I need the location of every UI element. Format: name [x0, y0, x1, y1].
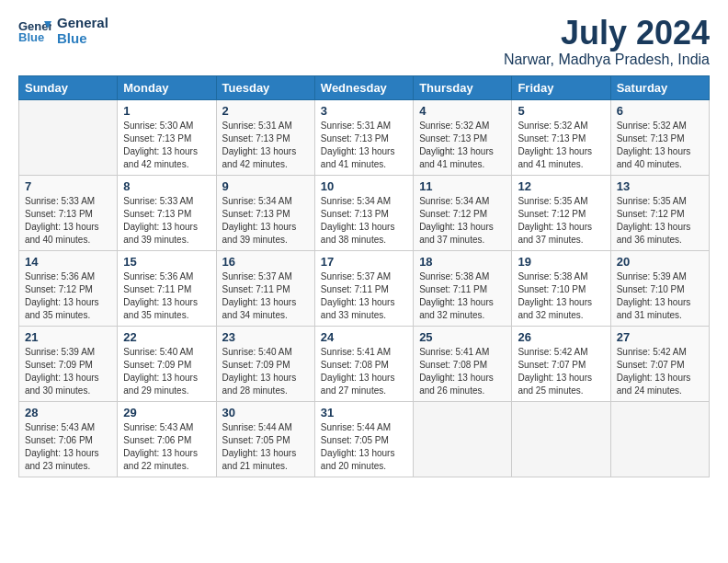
day-info: Sunrise: 5:31 AMSunset: 7:13 PMDaylight:…: [321, 120, 407, 171]
location-title: Narwar, Madhya Pradesh, India: [504, 52, 710, 68]
day-number: 26: [518, 330, 604, 344]
day-info: Sunrise: 5:36 AMSunset: 7:11 PMDaylight:…: [123, 270, 210, 322]
col-saturday: Saturday: [610, 75, 709, 99]
day-number: 16: [222, 255, 309, 269]
calendar-cell: 17 Sunrise: 5:37 AMSunset: 7:11 PMDaylig…: [314, 250, 413, 326]
day-info: Sunrise: 5:37 AMSunset: 7:11 PMDaylight:…: [321, 270, 407, 322]
calendar-cell: 8 Sunrise: 5:33 AMSunset: 7:13 PMDayligh…: [118, 175, 216, 250]
week-row-4: 21 Sunrise: 5:39 AMSunset: 7:09 PMDaylig…: [19, 326, 710, 401]
day-info: Sunrise: 5:32 AMSunset: 7:13 PMDaylight:…: [518, 120, 604, 171]
logo-icon: General Blue: [18, 17, 51, 43]
calendar-cell: [610, 401, 709, 477]
day-number: 31: [321, 406, 407, 419]
day-number: 3: [321, 104, 407, 118]
day-info: Sunrise: 5:32 AMSunset: 7:13 PMDaylight:…: [419, 120, 506, 171]
day-info: Sunrise: 5:43 AMSunset: 7:06 PMDaylight:…: [25, 421, 111, 473]
calendar-cell: 23 Sunrise: 5:40 AMSunset: 7:09 PMDaylig…: [216, 326, 314, 401]
day-info: Sunrise: 5:40 AMSunset: 7:09 PMDaylight:…: [222, 346, 309, 397]
day-number: 17: [321, 255, 407, 269]
col-monday: Monday: [118, 75, 216, 99]
col-wednesday: Wednesday: [314, 75, 413, 99]
day-info: Sunrise: 5:44 AMSunset: 7:05 PMDaylight:…: [222, 421, 309, 473]
day-info: Sunrise: 5:33 AMSunset: 7:13 PMDaylight:…: [123, 195, 210, 247]
day-info: Sunrise: 5:39 AMSunset: 7:09 PMDaylight:…: [25, 346, 111, 397]
day-info: Sunrise: 5:43 AMSunset: 7:06 PMDaylight:…: [123, 421, 210, 473]
col-thursday: Thursday: [414, 75, 512, 99]
calendar-cell: [19, 99, 118, 175]
calendar-cell: 6 Sunrise: 5:32 AMSunset: 7:13 PMDayligh…: [610, 99, 709, 175]
day-number: 22: [123, 330, 210, 344]
day-number: 1: [123, 104, 210, 118]
col-sunday: Sunday: [19, 75, 118, 99]
day-number: 12: [518, 179, 604, 193]
day-number: 23: [222, 330, 309, 344]
day-number: 19: [518, 255, 604, 269]
day-number: 21: [25, 330, 111, 344]
day-number: 10: [321, 179, 407, 193]
week-row-5: 28 Sunrise: 5:43 AMSunset: 7:06 PMDaylig…: [19, 401, 710, 477]
day-info: Sunrise: 5:35 AMSunset: 7:12 PMDaylight:…: [518, 195, 604, 247]
calendar-cell: 13 Sunrise: 5:35 AMSunset: 7:12 PMDaylig…: [610, 175, 709, 250]
day-number: 14: [25, 255, 111, 269]
day-info: Sunrise: 5:34 AMSunset: 7:13 PMDaylight:…: [321, 195, 407, 247]
calendar-header-row: Sunday Monday Tuesday Wednesday Thursday…: [19, 75, 710, 99]
day-number: 28: [25, 406, 111, 419]
calendar-cell: 24 Sunrise: 5:41 AMSunset: 7:08 PMDaylig…: [314, 326, 413, 401]
calendar-cell: 1 Sunrise: 5:30 AMSunset: 7:13 PMDayligh…: [118, 99, 216, 175]
calendar-cell: 20 Sunrise: 5:39 AMSunset: 7:10 PMDaylig…: [610, 250, 709, 326]
calendar-cell: 14 Sunrise: 5:36 AMSunset: 7:12 PMDaylig…: [19, 250, 118, 326]
calendar-cell: 10 Sunrise: 5:34 AMSunset: 7:13 PMDaylig…: [314, 175, 413, 250]
day-info: Sunrise: 5:42 AMSunset: 7:07 PMDaylight:…: [617, 346, 703, 397]
calendar-cell: 2 Sunrise: 5:31 AMSunset: 7:13 PMDayligh…: [216, 99, 314, 175]
day-number: 9: [222, 179, 309, 193]
day-info: Sunrise: 5:44 AMSunset: 7:05 PMDaylight:…: [321, 421, 407, 473]
day-info: Sunrise: 5:35 AMSunset: 7:12 PMDaylight:…: [617, 195, 703, 247]
day-info: Sunrise: 5:33 AMSunset: 7:13 PMDaylight:…: [25, 195, 111, 247]
day-number: 2: [222, 104, 309, 118]
logo: General Blue General Blue: [18, 15, 108, 46]
week-row-3: 14 Sunrise: 5:36 AMSunset: 7:12 PMDaylig…: [19, 250, 710, 326]
calendar-cell: 25 Sunrise: 5:41 AMSunset: 7:08 PMDaylig…: [414, 326, 512, 401]
col-friday: Friday: [512, 75, 610, 99]
calendar-cell: 3 Sunrise: 5:31 AMSunset: 7:13 PMDayligh…: [314, 99, 413, 175]
day-number: 15: [123, 255, 210, 269]
calendar-cell: 30 Sunrise: 5:44 AMSunset: 7:05 PMDaylig…: [216, 401, 314, 477]
day-number: 27: [617, 330, 703, 344]
calendar-cell: [414, 401, 512, 477]
calendar-cell: 16 Sunrise: 5:37 AMSunset: 7:11 PMDaylig…: [216, 250, 314, 326]
calendar-cell: 27 Sunrise: 5:42 AMSunset: 7:07 PMDaylig…: [610, 326, 709, 401]
day-info: Sunrise: 5:30 AMSunset: 7:13 PMDaylight:…: [123, 120, 210, 171]
day-info: Sunrise: 5:31 AMSunset: 7:13 PMDaylight:…: [222, 120, 309, 171]
calendar-cell: 21 Sunrise: 5:39 AMSunset: 7:09 PMDaylig…: [19, 326, 118, 401]
day-info: Sunrise: 5:38 AMSunset: 7:10 PMDaylight:…: [518, 270, 604, 322]
title-area: July 2024 Narwar, Madhya Pradesh, India: [504, 15, 710, 68]
day-info: Sunrise: 5:32 AMSunset: 7:13 PMDaylight:…: [617, 120, 703, 171]
calendar-cell: 12 Sunrise: 5:35 AMSunset: 7:12 PMDaylig…: [512, 175, 610, 250]
day-number: 29: [123, 406, 210, 419]
col-tuesday: Tuesday: [216, 75, 314, 99]
day-info: Sunrise: 5:36 AMSunset: 7:12 PMDaylight:…: [25, 270, 111, 322]
calendar-cell: 19 Sunrise: 5:38 AMSunset: 7:10 PMDaylig…: [512, 250, 610, 326]
calendar-cell: 26 Sunrise: 5:42 AMSunset: 7:07 PMDaylig…: [512, 326, 610, 401]
calendar-cell: 15 Sunrise: 5:36 AMSunset: 7:11 PMDaylig…: [118, 250, 216, 326]
calendar-cell: 28 Sunrise: 5:43 AMSunset: 7:06 PMDaylig…: [19, 401, 118, 477]
calendar-cell: 5 Sunrise: 5:32 AMSunset: 7:13 PMDayligh…: [512, 99, 610, 175]
day-number: 8: [123, 179, 210, 193]
calendar-cell: 31 Sunrise: 5:44 AMSunset: 7:05 PMDaylig…: [314, 401, 413, 477]
week-row-1: 1 Sunrise: 5:30 AMSunset: 7:13 PMDayligh…: [19, 99, 710, 175]
day-number: 20: [617, 255, 703, 269]
day-number: 24: [321, 330, 407, 344]
calendar-table: Sunday Monday Tuesday Wednesday Thursday…: [18, 75, 710, 477]
day-info: Sunrise: 5:41 AMSunset: 7:08 PMDaylight:…: [419, 346, 506, 397]
day-number: 18: [419, 255, 506, 269]
day-info: Sunrise: 5:40 AMSunset: 7:09 PMDaylight:…: [123, 346, 210, 397]
calendar-cell: [512, 401, 610, 477]
day-info: Sunrise: 5:34 AMSunset: 7:12 PMDaylight:…: [419, 195, 506, 247]
day-number: 11: [419, 179, 506, 193]
day-info: Sunrise: 5:39 AMSunset: 7:10 PMDaylight:…: [617, 270, 703, 322]
day-info: Sunrise: 5:37 AMSunset: 7:11 PMDaylight:…: [222, 270, 309, 322]
calendar-cell: 11 Sunrise: 5:34 AMSunset: 7:12 PMDaylig…: [414, 175, 512, 250]
calendar-cell: 7 Sunrise: 5:33 AMSunset: 7:13 PMDayligh…: [19, 175, 118, 250]
day-number: 13: [617, 179, 703, 193]
day-number: 5: [518, 104, 604, 118]
